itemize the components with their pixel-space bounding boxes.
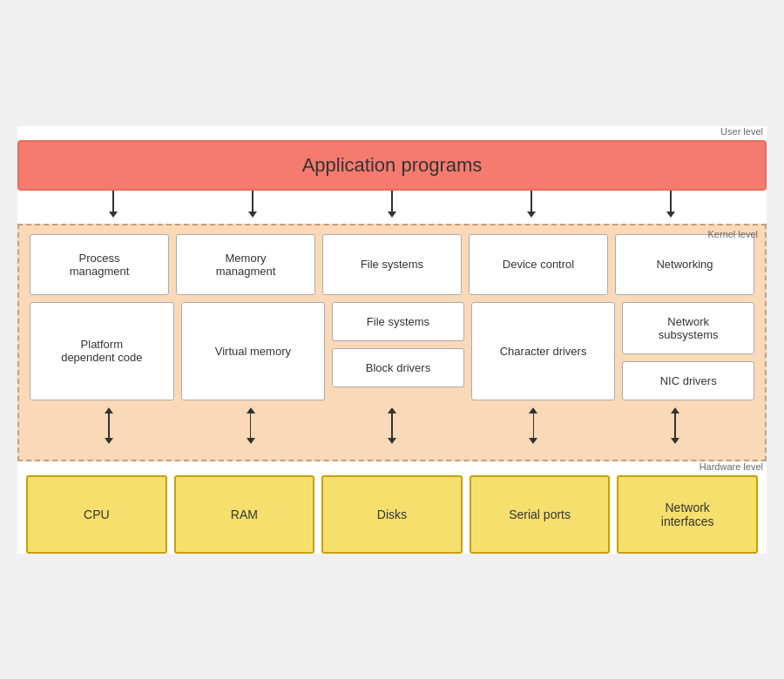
bidir-arrow-3 <box>388 404 396 447</box>
block-drivers-box: Block drivers <box>332 348 464 387</box>
bidir-arrow-2 <box>247 404 255 447</box>
bidir-arrow-1 <box>105 404 113 447</box>
networking-box: Networking <box>615 234 754 295</box>
fs-block-col: File systems Block drivers <box>332 302 464 400</box>
bidir-arrow-5 <box>671 404 679 447</box>
kernel-level-label: Kernel level <box>708 229 758 239</box>
hardware-row: CPU RAM Disks Serial ports Network inter… <box>17 475 767 554</box>
network-interfaces-box: Network interfaces <box>617 475 758 554</box>
process-management-box: Process managment <box>30 234 169 295</box>
file-systems-top-box: File systems <box>322 234 462 295</box>
bidir-arrows-row <box>30 404 754 447</box>
nic-drivers-box: NIC drivers <box>622 361 754 400</box>
kernel-top-row: Process managment Memory managment File … <box>30 234 754 295</box>
top-arrows <box>17 191 767 224</box>
platform-dependent-box: Platform dependent code <box>30 302 174 400</box>
network-subsystems-box: Network subsystems <box>622 302 754 354</box>
diagram: User level Application programs Kernel l… <box>17 126 767 554</box>
bidir-arrow-4 <box>529 404 537 447</box>
cpu-box: CPU <box>26 475 167 554</box>
net-col: Network subsystems NIC drivers <box>622 302 754 400</box>
character-drivers-box: Character drivers <box>471 302 616 400</box>
hardware-level-label: Hardware level <box>17 461 767 472</box>
memory-management-box: Memory managment <box>176 234 315 295</box>
device-control-box: Device control <box>469 234 608 295</box>
user-level-label: User level <box>17 126 767 137</box>
app-programs-bar: Application programs <box>17 140 767 191</box>
kernel-section: Kernel level Process managment Memory ma… <box>17 224 767 461</box>
serial-ports-box: Serial ports <box>470 475 611 554</box>
file-systems-bottom-box: File systems <box>332 302 464 341</box>
ram-box: RAM <box>174 475 315 554</box>
kernel-bottom-row: Platform dependent code Virtual memory F… <box>30 302 754 400</box>
virtual-memory-box: Virtual memory <box>181 302 326 400</box>
disks-box: Disks <box>321 475 463 554</box>
